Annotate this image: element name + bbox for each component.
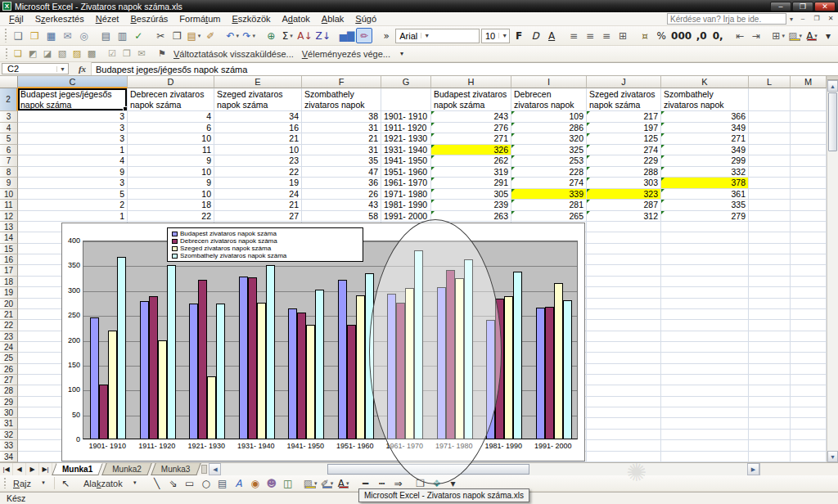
cell-J2[interactable]: Szeged zivataros napok száma [587, 88, 661, 111]
sheet-tab-munka3[interactable]: Munka3 [151, 463, 200, 475]
cell-G2[interactable] [381, 88, 431, 111]
cell-K20[interactable] [661, 299, 749, 309]
workbook-close-button[interactable]: ✕ [824, 14, 837, 25]
font-name-combo[interactable]: Arial▼ [395, 29, 480, 43]
cell-J15[interactable] [587, 244, 661, 254]
sort-ascending-icon[interactable]: A↓ [295, 28, 313, 43]
row-header-21[interactable]: 21 [0, 309, 18, 320]
cell-D10[interactable]: 10 [128, 189, 214, 200]
cell-J8[interactable]: 288 [587, 167, 661, 178]
cell-K9[interactable]: 378 [661, 178, 749, 189]
cell-F7[interactable]: 35 [302, 155, 381, 167]
align-left-icon[interactable]: ≡ [565, 28, 582, 43]
cell-D9[interactable]: 9 [128, 178, 214, 189]
spelling-icon[interactable]: ✓ [130, 28, 146, 43]
cell-M7[interactable] [791, 155, 827, 167]
insert-comment-icon[interactable]: ❏ [11, 47, 25, 61]
end-review-button[interactable]: Véleményezés vége... [298, 49, 394, 59]
cell-J27[interactable] [587, 375, 661, 385]
cell-J10[interactable]: 323 [587, 189, 661, 200]
cell-M24[interactable] [791, 342, 827, 353]
cell-K17[interactable] [661, 265, 749, 276]
cell-M3[interactable] [791, 111, 827, 123]
cell-K16[interactable] [661, 254, 749, 265]
cell-M11[interactable] [791, 200, 827, 211]
cell-J22[interactable] [587, 320, 661, 331]
column-header-L[interactable]: L [749, 76, 791, 88]
cell-H4[interactable]: 276 [431, 123, 511, 134]
row-header-7[interactable]: 7 [0, 155, 18, 167]
menu-sugo[interactable]: Súgó [349, 13, 382, 25]
cell-L21[interactable] [749, 309, 791, 320]
cell-G11[interactable]: 1981- 1990 [381, 200, 431, 211]
column-header-C[interactable]: C [18, 76, 128, 88]
cell-M15[interactable] [791, 244, 827, 254]
row-header-33[interactable]: 33 [0, 440, 18, 451]
cell-F4[interactable]: 31 [302, 123, 381, 134]
cell-J29[interactable] [587, 397, 661, 407]
workbook-minimize-button[interactable]: – [796, 14, 809, 25]
cell-L22[interactable] [749, 320, 791, 331]
cell-J24[interactable] [587, 342, 661, 353]
previous-sheet-icon[interactable]: ◀ [13, 463, 26, 475]
send-changes-flag-icon[interactable]: ⚑ [155, 47, 169, 61]
horizontal-scroll-thumb[interactable] [327, 464, 529, 475]
cell-L3[interactable] [749, 111, 791, 123]
cell-M21[interactable] [791, 309, 827, 320]
align-center-icon[interactable]: ≡ [582, 28, 598, 43]
cell-J16[interactable] [587, 254, 661, 265]
cell-K34[interactable] [661, 452, 749, 462]
cell-M8[interactable] [791, 167, 827, 178]
cell-M30[interactable] [791, 407, 827, 418]
cell-C12[interactable]: 1 [18, 211, 128, 223]
cell-E4[interactable]: 16 [214, 123, 302, 134]
help-question-dropdown-icon[interactable]: ▾ [786, 16, 796, 23]
menu-adatok[interactable]: Adatok [277, 13, 316, 25]
cell-L27[interactable] [749, 375, 791, 385]
cell-K10[interactable]: 361 [661, 189, 749, 200]
cell-H6[interactable]: 326 [431, 145, 511, 156]
fill-color-icon[interactable]: ▨▾ [786, 28, 804, 43]
cell-D4[interactable]: 6 [128, 123, 214, 134]
cell-C7[interactable]: 4 [18, 155, 128, 167]
cell-D6[interactable]: 11 [128, 145, 214, 156]
cell-D3[interactable]: 4 [128, 111, 214, 123]
cell-J28[interactable] [587, 385, 661, 396]
vertical-scroll-thumb[interactable] [828, 92, 837, 151]
row-header-11[interactable]: 11 [0, 200, 18, 211]
borders-icon[interactable]: ⊞▾ [770, 28, 786, 43]
drawing-icon[interactable]: ✏ [356, 28, 372, 43]
cell-J25[interactable] [587, 353, 661, 363]
cell-M16[interactable] [791, 254, 827, 265]
cell-M34[interactable] [791, 452, 827, 462]
row-header-3[interactable]: 3 [0, 111, 18, 123]
row-header-9[interactable]: 9 [0, 178, 18, 189]
bold-button[interactable]: F [511, 28, 527, 43]
menu-szerkesztes[interactable]: Szerkesztés [29, 13, 90, 25]
cell-M29[interactable] [791, 397, 827, 407]
cell-E11[interactable]: 21 [214, 200, 302, 211]
cell-L28[interactable] [749, 385, 791, 396]
cell-G5[interactable]: 1921- 1930 [381, 133, 431, 145]
chevron-down-icon[interactable]: ▼ [56, 66, 68, 72]
cell-K3[interactable]: 366 [661, 111, 749, 123]
show-comment-icon[interactable]: ▧ [55, 47, 70, 61]
tab-split-handle[interactable] [201, 465, 207, 474]
cell-E8[interactable]: 22 [214, 167, 302, 178]
cell-L5[interactable] [749, 133, 791, 145]
cell-I8[interactable]: 228 [511, 167, 587, 178]
cell-F11[interactable]: 43 [302, 200, 381, 211]
cell-H11[interactable]: 239 [431, 200, 511, 211]
cell-J7[interactable]: 229 [587, 155, 661, 167]
cell-I6[interactable]: 325 [511, 145, 587, 156]
cell-C2[interactable]: Budapest jeges/jégesős napok száma [18, 88, 128, 111]
select-objects-icon[interactable]: ↖ [57, 475, 74, 491]
cell-K12[interactable]: 279 [661, 211, 749, 223]
vertical-scrollbar[interactable]: ▲ ▼ [827, 76, 838, 462]
cell-H10[interactable]: 305 [431, 189, 511, 200]
cell-C4[interactable]: 3 [18, 123, 128, 134]
cell-J31[interactable] [587, 418, 661, 429]
toolbar-grip[interactable] [2, 478, 7, 488]
cell-M12[interactable] [791, 211, 827, 223]
cell-J4[interactable]: 197 [587, 123, 661, 134]
